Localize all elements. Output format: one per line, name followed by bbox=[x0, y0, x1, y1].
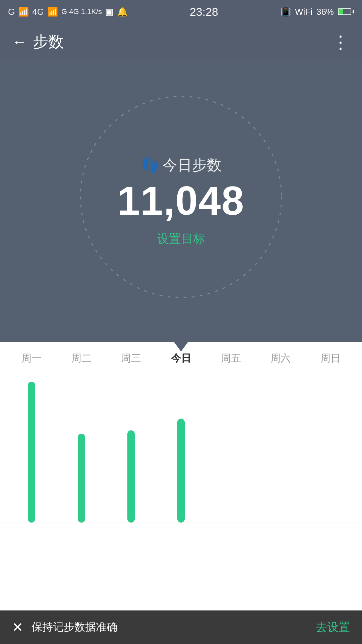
set-goal-button[interactable]: 设置目标 bbox=[157, 231, 205, 247]
battery-percentage: 36% bbox=[316, 7, 334, 17]
day-label-sun[interactable]: 周日 bbox=[305, 352, 355, 365]
go-settings-button[interactable]: 去设置 bbox=[316, 620, 350, 635]
day-label-today[interactable]: 今日 bbox=[156, 352, 206, 365]
hero-section: 👣 今日步数 11,048 设置目标 bbox=[0, 60, 362, 342]
section-indicator bbox=[174, 341, 188, 352]
bar-mon-fill bbox=[28, 382, 35, 523]
step-count: 11,048 bbox=[117, 180, 244, 221]
network-type: 4G bbox=[32, 7, 44, 17]
status-right: 📳 WiFi 36% bbox=[280, 7, 354, 17]
bar-tue bbox=[57, 375, 107, 523]
footstep-icon: 👣 bbox=[141, 157, 159, 174]
chart-section: 周一 周二 周三 今日 周五 周六 周日 bbox=[0, 342, 362, 523]
battery-icon bbox=[338, 8, 354, 15]
network-bars: 📶 bbox=[47, 7, 58, 17]
page-title: 步数 bbox=[33, 32, 64, 52]
day-label-wed[interactable]: 周三 bbox=[106, 352, 156, 365]
more-menu-button[interactable]: ⋮ bbox=[332, 32, 350, 52]
bar-today-fill bbox=[177, 419, 185, 523]
signal-icon: G bbox=[8, 7, 15, 17]
app-bar-left: ← 步数 bbox=[12, 32, 64, 52]
day-label-fri[interactable]: 周五 bbox=[206, 352, 256, 365]
app-bar: ← 步数 ⋮ bbox=[0, 23, 362, 60]
status-bar: G 📶 4G 📶 G 4G 1.1K/s ▣ 🔔 23:28 📳 WiFi 36… bbox=[0, 0, 362, 23]
bar-wed bbox=[106, 375, 156, 523]
bottom-notification-bar: ✕ 保持记步数据准确 去设置 bbox=[0, 610, 362, 644]
chart-bars bbox=[0, 369, 362, 523]
step-icon: 👣 今日步数 bbox=[141, 155, 222, 175]
notification-icon: 🔔 bbox=[117, 7, 128, 17]
bar-fri bbox=[206, 375, 256, 523]
bar-wed-fill bbox=[127, 430, 135, 523]
signal-bars: 📶 bbox=[18, 7, 29, 17]
day-label-tue[interactable]: 周二 bbox=[57, 352, 107, 365]
notification-message: 保持记步数据准确 bbox=[32, 620, 308, 635]
bar-today bbox=[156, 375, 206, 523]
clock: 23:28 bbox=[190, 5, 218, 18]
speed-indicator: G 4G 1.1K/s bbox=[61, 7, 102, 16]
day-label-mon[interactable]: 周一 bbox=[7, 352, 57, 365]
bar-sun bbox=[305, 375, 355, 523]
screen-record-icon: ▣ bbox=[105, 7, 114, 17]
bar-tue-fill bbox=[78, 434, 85, 523]
bar-sat bbox=[256, 375, 306, 523]
close-notification-button[interactable]: ✕ bbox=[12, 620, 23, 635]
status-left: G 📶 4G 📶 G 4G 1.1K/s ▣ 🔔 bbox=[8, 7, 128, 17]
back-button[interactable]: ← bbox=[12, 34, 27, 50]
bar-mon bbox=[7, 375, 57, 523]
today-label: 今日步数 bbox=[163, 155, 222, 175]
wifi-icon: WiFi bbox=[295, 7, 312, 17]
day-label-sat[interactable]: 周六 bbox=[256, 352, 306, 365]
vibrate-icon: 📳 bbox=[280, 7, 291, 17]
